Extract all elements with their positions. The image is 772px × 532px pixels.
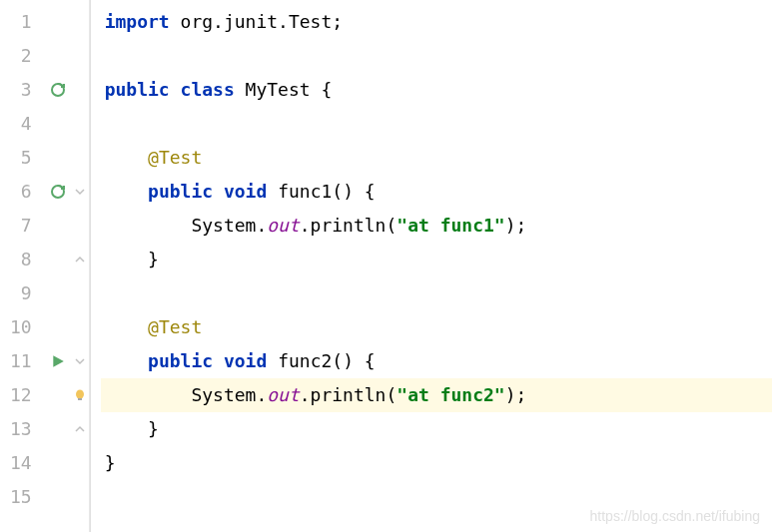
code-content[interactable]: import org.junit.Test; public class MyTe… xyxy=(91,0,772,532)
code-line: } xyxy=(101,243,772,276)
code-line: } xyxy=(101,412,772,446)
code-editor: 1 2 3 4 5 6 7 8 9 10 11 12 13 14 15 xyxy=(0,0,772,532)
line-number[interactable]: 14 xyxy=(10,446,32,480)
svg-rect-3 xyxy=(78,398,82,400)
line-number[interactable]: 11 xyxy=(10,344,32,378)
icon-gutter xyxy=(44,0,72,532)
fold-start-icon[interactable] xyxy=(72,344,89,378)
line-number[interactable]: 4 xyxy=(10,107,32,141)
code-line: } xyxy=(101,446,772,480)
line-number[interactable]: 2 xyxy=(10,39,32,73)
code-line xyxy=(101,276,772,310)
line-number[interactable]: 13 xyxy=(10,412,32,446)
line-number[interactable]: 15 xyxy=(10,480,32,514)
run-test-icon[interactable] xyxy=(44,344,72,378)
code-line: @Test xyxy=(101,141,772,175)
editor-gutter: 1 2 3 4 5 6 7 8 9 10 11 12 13 14 15 xyxy=(0,0,91,532)
fold-start-icon[interactable] xyxy=(72,175,89,209)
line-number[interactable]: 1 xyxy=(10,5,32,39)
line-number[interactable]: 6 xyxy=(10,175,32,209)
line-number[interactable]: 9 xyxy=(10,276,32,310)
watermark-text: https://blog.csdn.net/ifubing xyxy=(590,508,760,524)
svg-point-2 xyxy=(76,390,84,399)
line-number[interactable]: 10 xyxy=(10,310,32,344)
code-line: @Test xyxy=(101,310,772,344)
line-number[interactable]: 5 xyxy=(10,141,32,175)
fold-gutter xyxy=(72,0,90,532)
code-line: import org.junit.Test; xyxy=(101,5,772,39)
code-line-highlighted: System.out.println("at func2"); xyxy=(101,378,772,412)
intention-bulb-icon[interactable] xyxy=(72,378,89,412)
code-line xyxy=(101,39,772,73)
fold-end-icon[interactable] xyxy=(72,243,89,276)
line-number-column: 1 2 3 4 5 6 7 8 9 10 11 12 13 14 15 xyxy=(0,0,44,532)
code-line: public class MyTest { xyxy=(101,73,772,107)
line-number[interactable]: 3 xyxy=(10,73,32,107)
line-number[interactable]: 7 xyxy=(10,209,32,243)
run-test-icon[interactable] xyxy=(44,175,72,209)
code-line: System.out.println("at func1"); xyxy=(101,209,772,243)
code-line: public void func1() { xyxy=(101,175,772,209)
run-class-icon[interactable] xyxy=(44,73,72,107)
fold-end-icon[interactable] xyxy=(72,412,89,446)
code-line: public void func2() { xyxy=(101,344,772,378)
code-line xyxy=(101,107,772,141)
line-number[interactable]: 8 xyxy=(10,243,32,276)
line-number[interactable]: 12 xyxy=(10,378,32,412)
